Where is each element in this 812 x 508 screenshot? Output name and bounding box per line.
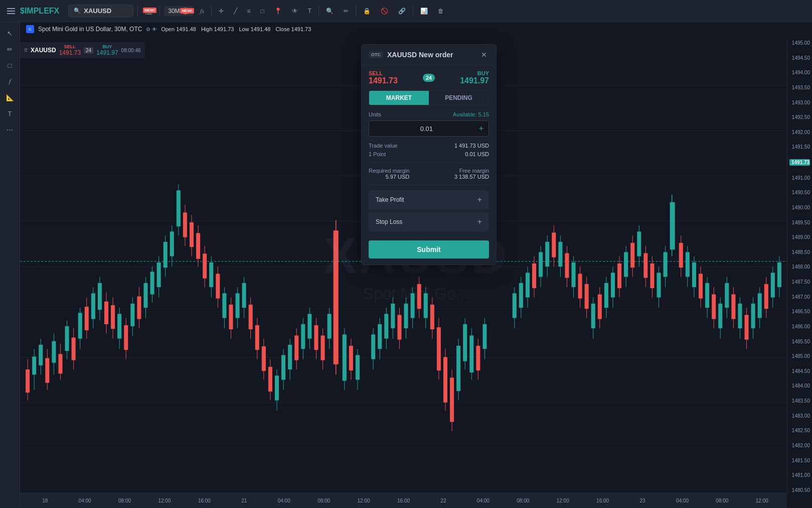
chart-container: ↖ ✏ □ 𝑓 📐 T ⋯ C Spot Mini Gold in US Dol… [0, 22, 812, 508]
tab-market[interactable]: MARKET [369, 91, 429, 105]
pin-tool[interactable]: 📍 [271, 6, 285, 17]
draw-tool-fx[interactable]: 𝑓𝑥 [197, 6, 207, 17]
measure-tool[interactable]: 📐 [3, 90, 17, 104]
time-08-4: 08:00 [702, 498, 742, 503]
units-input[interactable] [374, 125, 479, 133]
order-tabs: MARKET PENDING [369, 90, 489, 105]
svg-rect-48 [143, 283, 147, 308]
price-1488-50: 1488.50 [789, 249, 810, 255]
price-1485: 1485.00 [789, 353, 810, 359]
zoom-tool[interactable]: 🔍 [323, 6, 337, 17]
ticker-sell-label: SELL [59, 44, 81, 49]
divider-6 [413, 6, 413, 17]
chart-main: C Spot Mini Gold in US Dollar, 30M, OTC … [20, 22, 812, 508]
svg-rect-148 [482, 324, 486, 349]
symbol-text: XAUUSD [84, 7, 111, 15]
open-value: 1491.48 [176, 26, 196, 32]
price-1490-50: 1490.50 [789, 190, 810, 195]
svg-rect-40 [117, 314, 121, 338]
svg-rect-172 [585, 284, 589, 309]
line-tool[interactable]: ╱ [231, 6, 240, 17]
crosshair-tool[interactable]: ✛ [216, 6, 227, 17]
take-profit-row[interactable]: Take Profit + [369, 190, 489, 209]
required-margin-label: Required margin [369, 168, 409, 174]
svg-rect-22 [58, 354, 62, 373]
hamburger-menu[interactable] [5, 6, 17, 16]
svg-rect-130 [424, 293, 428, 318]
multiline-tool[interactable]: ≡ [244, 6, 254, 17]
lock-tool[interactable]: 🔒 [360, 6, 374, 17]
cursor-tool[interactable]: ↖ [3, 26, 17, 40]
no-tool[interactable]: 🚫 [378, 6, 391, 17]
svg-rect-94 [294, 335, 298, 360]
take-profit-plus[interactable]: + [477, 195, 482, 204]
price-1488: 1488.00 [789, 264, 810, 270]
price-1480-50: 1480.50 [789, 487, 810, 493]
svg-rect-202 [686, 252, 690, 277]
sell-side[interactable]: SELL 1491.73 [369, 70, 419, 85]
svg-rect-134 [437, 327, 441, 370]
tab-pending[interactable]: PENDING [429, 91, 489, 105]
time-04-3: 04:00 [463, 498, 503, 503]
svg-rect-194 [657, 273, 661, 297]
svg-rect-122 [397, 315, 401, 339]
stop-loss-plus[interactable]: + [477, 217, 482, 226]
svg-rect-166 [565, 253, 569, 278]
symbol-search[interactable]: 🔍 XAUUSD [68, 5, 133, 17]
section-divider-2 [369, 185, 489, 185]
svg-rect-54 [164, 242, 168, 268]
svg-rect-30 [85, 307, 89, 330]
text-left-tool[interactable]: T [3, 106, 17, 120]
high-value: 1491.73 [214, 26, 234, 32]
submit-button[interactable]: Submit [369, 240, 489, 259]
price-scale: 1495.00 1494.50 1494.00 1493.50 1493.00 … [787, 40, 812, 493]
svg-rect-44 [130, 304, 134, 326]
svg-rect-70 [216, 274, 220, 298]
buy-side[interactable]: BUY 1491.97 [439, 70, 489, 85]
svg-rect-56 [170, 231, 174, 256]
svg-rect-50 [150, 272, 154, 294]
eye-tool[interactable]: 👁 [289, 6, 301, 17]
close-label: Close 1491.73 [275, 26, 311, 32]
close-button[interactable]: ✕ [479, 50, 489, 60]
svg-rect-158 [539, 252, 543, 277]
svg-rect-178 [604, 283, 608, 308]
units-plus-icon[interactable]: + [479, 124, 483, 133]
price-1483: 1483.00 [789, 413, 810, 419]
screenshot-badge: NEW! [143, 8, 156, 13]
ticker-symbol: XAUUSD [31, 47, 56, 54]
price-current: 1491.73 [789, 159, 810, 166]
divider-3 [211, 6, 212, 17]
more-tools[interactable]: ⋯ [3, 122, 17, 137]
divider-5 [356, 6, 356, 17]
text-tool[interactable]: T [305, 6, 314, 17]
point-label: 1 Point [369, 151, 386, 157]
price-1490: 1490.00 [789, 205, 810, 210]
price-1485-50: 1485.50 [789, 339, 810, 344]
link-tool[interactable]: 🔗 [395, 6, 409, 17]
pencil-tool[interactable]: ✏ [341, 6, 352, 17]
trash-tool[interactable]: 🗑 [435, 6, 447, 17]
rect-tool[interactable]: □ [258, 6, 267, 17]
svg-rect-146 [476, 346, 480, 370]
time-16-2: 16:00 [384, 498, 423, 503]
svg-rect-156 [532, 264, 536, 288]
svg-rect-214 [725, 283, 729, 308]
shapes-tool[interactable]: □ [3, 58, 17, 72]
price-1482-50: 1482.50 [789, 428, 810, 433]
svg-rect-224 [758, 293, 762, 318]
buy-label: BUY [439, 70, 489, 76]
free-margin-value: 3 138.57 USD [454, 174, 489, 180]
svg-rect-42 [124, 325, 128, 350]
svg-rect-98 [307, 314, 311, 338]
indicator-tool[interactable]: 𝑓 [3, 74, 17, 88]
draw-tool[interactable]: ✏ [3, 42, 17, 56]
time-22: 22 [423, 498, 463, 503]
symbol-ticker: ⠿ XAUUSD SELL 1491.73 24 BUY 1491.97 08:… [20, 42, 145, 58]
svg-rect-154 [526, 273, 530, 297]
time-12-1: 12:00 [144, 498, 184, 503]
stop-loss-row[interactable]: Stop Loss + [369, 212, 489, 231]
layers-tool[interactable]: 📊 [417, 6, 431, 17]
buy-price: 1491.97 [439, 76, 489, 85]
low-label: Low 1491.48 [239, 26, 270, 32]
